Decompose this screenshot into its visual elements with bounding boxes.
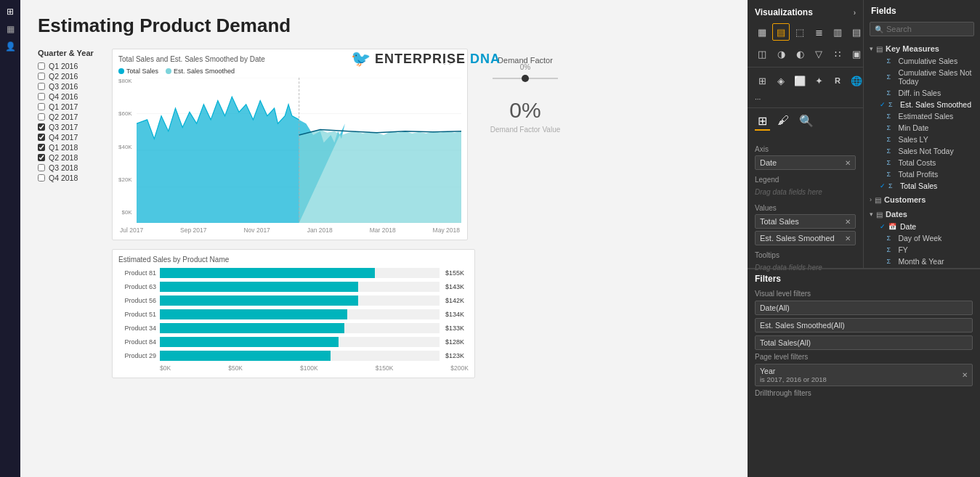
- quarter-checkbox[interactable]: [38, 113, 45, 121]
- field-sigma-icon: Σ: [886, 73, 895, 81]
- field-item-name: Day of Week: [898, 234, 974, 242]
- filter-total-sales-all[interactable]: Total Sales(All): [755, 335, 973, 350]
- sidebar-chart-icon[interactable]: ▦: [3, 22, 17, 36]
- group-name: Key Measures: [886, 44, 939, 53]
- bar-label: Product 51: [118, 311, 156, 318]
- fields-search-input[interactable]: [886, 25, 969, 33]
- viz-icon-treemap[interactable]: ⬚: [791, 23, 809, 41]
- filter-year-remove[interactable]: ✕: [962, 371, 968, 379]
- viz-icon-stacked-bar[interactable]: ▦: [753, 23, 771, 41]
- filter-date-all[interactable]: Date(All): [755, 301, 973, 315]
- quarter-checkbox[interactable]: [38, 164, 45, 171]
- viz-icon-filled-map[interactable]: ◈: [772, 72, 790, 89]
- sidebar-grid-icon[interactable]: ⊞: [3, 4, 17, 19]
- field-group-header[interactable]: ▾ ▤ Key Measures: [864, 42, 980, 55]
- chart-legend: Total Sales Est. Sales Smoothed: [118, 68, 461, 75]
- quarter-checkbox[interactable]: [38, 134, 45, 141]
- field-item[interactable]: □ Σ Total Profits: [864, 168, 980, 180]
- quarter-label: Q1 2018: [49, 143, 78, 152]
- viz-icon-donut[interactable]: ◐: [791, 45, 809, 62]
- field-group: ▾ ▤ Key Measures □ Σ Cumulative Sales □ …: [864, 42, 980, 192]
- quarter-checkbox[interactable]: [38, 154, 45, 161]
- viz-icon-map[interactable]: ⊞: [753, 72, 771, 89]
- field-item[interactable]: □ Σ Day of Week: [864, 232, 980, 244]
- field-item[interactable]: □ Σ Cumulative Sales Not Today: [864, 67, 980, 87]
- field-item[interactable]: □ Σ Total Costs: [864, 157, 980, 168]
- viz-icon-gauge[interactable]: ◫: [753, 45, 771, 62]
- viz-icon-bar-chart[interactable]: ▤: [772, 23, 790, 41]
- quarter-checkbox[interactable]: [38, 93, 45, 100]
- demand-slider-thumb[interactable]: [522, 75, 529, 82]
- viz-icon-table[interactable]: ≣: [810, 23, 827, 41]
- legend-est-sales: Est. Sales Smoothed: [166, 68, 235, 75]
- legend-label: Legend: [755, 176, 856, 184]
- viz-icon-scatter[interactable]: ∷: [829, 45, 846, 62]
- sidebar-people-icon[interactable]: 👤: [3, 39, 17, 54]
- viz-icon-funnel[interactable]: ▽: [810, 45, 827, 62]
- quarter-checkbox[interactable]: [38, 174, 45, 182]
- field-item[interactable]: □ Σ FY: [864, 244, 980, 256]
- visual-filter-label: Visual level filters: [755, 290, 973, 298]
- fields-header: Fields: [864, 3, 980, 22]
- field-item[interactable]: ✓ 📅 Date: [864, 221, 980, 232]
- quarter-checkbox[interactable]: [38, 103, 45, 110]
- filter-year[interactable]: Year is 2017, 2016 or 2018 ✕: [755, 364, 973, 386]
- quarter-checkbox[interactable]: [38, 73, 45, 80]
- viz-icon-matrix[interactable]: ▥: [829, 23, 846, 41]
- filter-est-sales-all[interactable]: Est. Sales Smoothed(All): [755, 318, 973, 333]
- svg-marker-6: [299, 130, 461, 223]
- field-item-name: Total Sales: [900, 182, 974, 190]
- page-title: Estimating Product Demand: [38, 15, 730, 37]
- page-filter-label: Page level filters: [755, 353, 973, 361]
- field-item[interactable]: □ Σ Min Date: [864, 122, 980, 134]
- field-item[interactable]: □ Σ Cumulative Sales: [864, 55, 980, 67]
- viz-icon-pie[interactable]: ◑: [772, 45, 790, 62]
- axis-field[interactable]: Date ✕: [755, 155, 856, 170]
- viz-icon-r-visual[interactable]: R: [829, 72, 846, 89]
- bar-container: [160, 268, 440, 278]
- viz-icon-card[interactable]: ▤: [848, 23, 865, 41]
- quarter-checkbox[interactable]: [38, 62, 45, 70]
- field-unchecked-icon: □: [880, 124, 883, 131]
- field-item[interactable]: ✓ Σ Est. Sales Smoothed: [864, 99, 980, 110]
- values-field-1-x[interactable]: ✕: [845, 218, 851, 226]
- values-field-2-x[interactable]: ✕: [845, 235, 851, 242]
- quarter-checkbox[interactable]: [38, 123, 45, 131]
- quarter-label: Q2 2018: [49, 153, 78, 162]
- viz-icon-area[interactable]: ✦: [810, 72, 827, 89]
- field-item[interactable]: □ Σ Diff. in Sales: [864, 87, 980, 99]
- demand-pct-label: 0%: [520, 63, 530, 71]
- field-item[interactable]: □ Σ Sales LY: [864, 134, 980, 145]
- field-item[interactable]: ✓ Σ Total Sales: [864, 180, 980, 192]
- fields-search-box[interactable]: 🔍: [870, 22, 974, 36]
- field-unchecked-icon: □: [880, 57, 883, 65]
- bar-value: $142K: [445, 297, 469, 304]
- field-item[interactable]: □ Σ Estimated Sales: [864, 110, 980, 122]
- field-item[interactable]: □ Σ Month & Year: [864, 256, 980, 267]
- viz-icon-globe[interactable]: 🌐: [848, 72, 865, 89]
- viz-icon-line[interactable]: ⬜: [791, 72, 809, 89]
- viz-pane-title: Visualizations: [755, 7, 813, 17]
- quarter-item: Q2 2016: [38, 72, 102, 81]
- demand-value-label: Demand Factor Value: [490, 126, 561, 134]
- field-unchecked-icon: □: [880, 159, 883, 166]
- quarter-label: Q4 2016: [49, 92, 78, 101]
- viz-more: ···: [748, 94, 863, 105]
- values-field-2[interactable]: Est. Sales Smoothed ✕: [755, 231, 856, 245]
- viz-tab-analytics[interactable]: 🔍: [796, 113, 817, 131]
- quarter-checkbox[interactable]: [38, 144, 45, 151]
- bar-value: $155K: [445, 269, 469, 277]
- field-group-header[interactable]: ▾ ▤ Dates: [864, 208, 980, 221]
- viz-tab-fields[interactable]: ⊞: [755, 113, 770, 131]
- viz-pane-chevron: ›: [854, 9, 856, 17]
- field-item[interactable]: □ Σ MonthName: [864, 267, 980, 268]
- field-group-header[interactable]: › ▤ Customers: [864, 193, 980, 206]
- field-item[interactable]: □ Σ Sales Not Today: [864, 145, 980, 157]
- search-icon: 🔍: [875, 25, 883, 33]
- viz-tab-format[interactable]: 🖌: [774, 113, 792, 131]
- quarter-checkbox[interactable]: [38, 83, 45, 90]
- field-unchecked-icon: □: [880, 147, 883, 155]
- axis-field-x[interactable]: ✕: [845, 159, 851, 167]
- values-field-1[interactable]: Total Sales ✕: [755, 214, 856, 229]
- viz-icon-waterfall[interactable]: ▣: [848, 45, 865, 62]
